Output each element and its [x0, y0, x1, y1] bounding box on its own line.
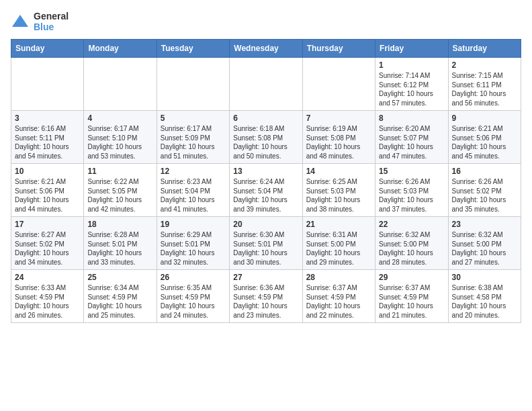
day-number: 24	[15, 273, 80, 282]
day-info: Sunrise: 6:35 AMSunset: 4:59 PMDaylight:…	[161, 283, 226, 320]
day-number: 10	[15, 167, 80, 176]
day-of-week-sunday: Sunday	[11, 40, 84, 58]
calendar-cell	[84, 58, 157, 111]
day-info: Sunrise: 6:20 AMSunset: 5:07 PMDaylight:…	[379, 124, 444, 161]
calendar-week-row: 1Sunrise: 7:14 AMSunset: 6:12 PMDaylight…	[11, 58, 521, 111]
calendar-cell: 24Sunrise: 6:33 AMSunset: 4:59 PMDayligh…	[11, 270, 84, 323]
day-number: 23	[452, 220, 517, 229]
calendar-cell: 26Sunrise: 6:35 AMSunset: 4:59 PMDayligh…	[157, 270, 229, 323]
day-number: 18	[87, 220, 152, 229]
day-of-week-wednesday: Wednesday	[230, 40, 302, 58]
day-number: 29	[379, 273, 444, 282]
calendar-cell: 16Sunrise: 6:26 AMSunset: 5:02 PMDayligh…	[448, 164, 521, 217]
calendar-cell: 13Sunrise: 6:24 AMSunset: 5:04 PMDayligh…	[230, 164, 302, 217]
calendar-cell: 10Sunrise: 6:21 AMSunset: 5:06 PMDayligh…	[11, 164, 84, 217]
calendar-cell: 5Sunrise: 6:17 AMSunset: 5:09 PMDaylight…	[157, 111, 229, 164]
calendar-cell: 12Sunrise: 6:23 AMSunset: 5:04 PMDayligh…	[157, 164, 229, 217]
day-number: 17	[15, 220, 80, 229]
calendar-week-row: 17Sunrise: 6:27 AMSunset: 5:02 PMDayligh…	[11, 217, 521, 270]
day-info: Sunrise: 6:38 AMSunset: 4:58 PMDaylight:…	[452, 283, 517, 320]
day-info: Sunrise: 6:24 AMSunset: 5:04 PMDaylight:…	[233, 177, 298, 214]
day-of-week-saturday: Saturday	[448, 40, 521, 58]
calendar-cell: 6Sunrise: 6:18 AMSunset: 5:08 PMDaylight…	[230, 111, 302, 164]
day-info: Sunrise: 6:34 AMSunset: 4:59 PMDaylight:…	[87, 283, 152, 320]
day-info: Sunrise: 6:17 AMSunset: 5:09 PMDaylight:…	[161, 124, 226, 161]
day-info: Sunrise: 6:21 AMSunset: 5:06 PMDaylight:…	[452, 124, 517, 161]
calendar-cell	[230, 58, 302, 111]
day-number: 16	[452, 167, 517, 176]
calendar-cell	[157, 58, 229, 111]
day-number: 21	[306, 220, 371, 229]
day-number: 12	[161, 167, 226, 176]
day-info: Sunrise: 6:31 AMSunset: 5:00 PMDaylight:…	[306, 230, 371, 267]
day-number: 22	[379, 220, 444, 229]
day-number: 19	[161, 220, 226, 229]
day-info: Sunrise: 6:32 AMSunset: 5:00 PMDaylight:…	[452, 230, 517, 267]
calendar-week-row: 24Sunrise: 6:33 AMSunset: 4:59 PMDayligh…	[11, 270, 521, 323]
calendar-cell: 18Sunrise: 6:28 AMSunset: 5:01 PMDayligh…	[84, 217, 157, 270]
day-number: 15	[379, 167, 444, 176]
day-info: Sunrise: 6:27 AMSunset: 5:02 PMDaylight:…	[15, 230, 80, 267]
day-info: Sunrise: 6:32 AMSunset: 5:00 PMDaylight:…	[379, 230, 444, 267]
calendar-cell: 28Sunrise: 6:37 AMSunset: 4:59 PMDayligh…	[302, 270, 375, 323]
day-info: Sunrise: 6:37 AMSunset: 4:59 PMDaylight:…	[306, 283, 371, 320]
calendar-cell: 27Sunrise: 6:36 AMSunset: 4:59 PMDayligh…	[230, 270, 302, 323]
calendar-cell: 25Sunrise: 6:34 AMSunset: 4:59 PMDayligh…	[84, 270, 157, 323]
calendar-cell: 11Sunrise: 6:22 AMSunset: 5:05 PMDayligh…	[84, 164, 157, 217]
day-info: Sunrise: 6:18 AMSunset: 5:08 PMDaylight:…	[233, 124, 298, 161]
day-of-week-monday: Monday	[84, 40, 157, 58]
calendar-cell: 22Sunrise: 6:32 AMSunset: 5:00 PMDayligh…	[375, 217, 448, 270]
day-number: 4	[87, 113, 152, 123]
day-info: Sunrise: 6:17 AMSunset: 5:10 PMDaylight:…	[87, 124, 152, 161]
day-number: 9	[452, 113, 517, 123]
day-number: 7	[306, 113, 371, 123]
calendar-cell: 15Sunrise: 6:26 AMSunset: 5:03 PMDayligh…	[375, 164, 448, 217]
day-info: Sunrise: 6:33 AMSunset: 4:59 PMDaylight:…	[15, 283, 80, 320]
page-header: GeneralBlue General Blue	[11, 11, 521, 32]
calendar-cell: 1Sunrise: 7:14 AMSunset: 6:12 PMDaylight…	[375, 58, 448, 111]
day-info: Sunrise: 6:28 AMSunset: 5:01 PMDaylight:…	[87, 230, 152, 267]
calendar-week-row: 3Sunrise: 6:16 AMSunset: 5:11 PMDaylight…	[11, 111, 521, 164]
calendar-cell: 29Sunrise: 6:37 AMSunset: 4:59 PMDayligh…	[375, 270, 448, 323]
day-number: 8	[379, 113, 444, 123]
calendar-header-row: SundayMondayTuesdayWednesdayThursdayFrid…	[11, 40, 521, 58]
calendar-cell: 2Sunrise: 7:15 AMSunset: 6:11 PMDaylight…	[448, 58, 521, 111]
day-info: Sunrise: 6:26 AMSunset: 5:03 PMDaylight:…	[379, 177, 444, 214]
day-number: 1	[379, 60, 444, 70]
calendar-cell: 3Sunrise: 6:16 AMSunset: 5:11 PMDaylight…	[11, 111, 84, 164]
general-blue-logo-icon	[11, 12, 30, 31]
calendar-cell: 9Sunrise: 6:21 AMSunset: 5:06 PMDaylight…	[448, 111, 521, 164]
day-number: 13	[233, 167, 298, 176]
logo: GeneralBlue General Blue	[11, 11, 73, 32]
day-number: 6	[233, 113, 298, 123]
day-of-week-thursday: Thursday	[302, 40, 375, 58]
day-info: Sunrise: 6:16 AMSunset: 5:11 PMDaylight:…	[15, 124, 80, 161]
calendar-cell: 20Sunrise: 6:30 AMSunset: 5:01 PMDayligh…	[230, 217, 302, 270]
day-number: 27	[233, 273, 298, 282]
calendar-week-row: 10Sunrise: 6:21 AMSunset: 5:06 PMDayligh…	[11, 164, 521, 217]
day-info: Sunrise: 6:26 AMSunset: 5:02 PMDaylight:…	[452, 177, 517, 214]
day-number: 11	[87, 167, 152, 176]
calendar-table: SundayMondayTuesdayWednesdayThursdayFrid…	[11, 39, 521, 323]
calendar-cell: 21Sunrise: 6:31 AMSunset: 5:00 PMDayligh…	[302, 217, 375, 270]
day-info: Sunrise: 6:30 AMSunset: 5:01 PMDaylight:…	[233, 230, 298, 267]
logo-wrapper: GeneralBlue	[11, 11, 69, 32]
day-number: 30	[452, 273, 517, 282]
day-info: Sunrise: 6:22 AMSunset: 5:05 PMDaylight:…	[87, 177, 152, 214]
day-info: Sunrise: 6:36 AMSunset: 4:59 PMDaylight:…	[233, 283, 298, 320]
calendar-cell: 17Sunrise: 6:27 AMSunset: 5:02 PMDayligh…	[11, 217, 84, 270]
calendar-cell	[302, 58, 375, 111]
calendar-cell: 14Sunrise: 6:25 AMSunset: 5:03 PMDayligh…	[302, 164, 375, 217]
calendar-cell: 8Sunrise: 6:20 AMSunset: 5:07 PMDaylight…	[375, 111, 448, 164]
day-number: 2	[452, 60, 517, 70]
day-info: Sunrise: 6:21 AMSunset: 5:06 PMDaylight:…	[15, 177, 80, 214]
day-of-week-friday: Friday	[375, 40, 448, 58]
calendar-cell: 4Sunrise: 6:17 AMSunset: 5:10 PMDaylight…	[84, 111, 157, 164]
day-of-week-tuesday: Tuesday	[157, 40, 229, 58]
day-info: Sunrise: 7:15 AMSunset: 6:11 PMDaylight:…	[452, 71, 517, 107]
calendar-cell: 7Sunrise: 6:19 AMSunset: 5:08 PMDaylight…	[302, 111, 375, 164]
day-number: 20	[233, 220, 298, 229]
day-info: Sunrise: 6:23 AMSunset: 5:04 PMDaylight:…	[161, 177, 226, 214]
calendar-cell	[11, 58, 84, 111]
day-number: 26	[161, 273, 226, 282]
